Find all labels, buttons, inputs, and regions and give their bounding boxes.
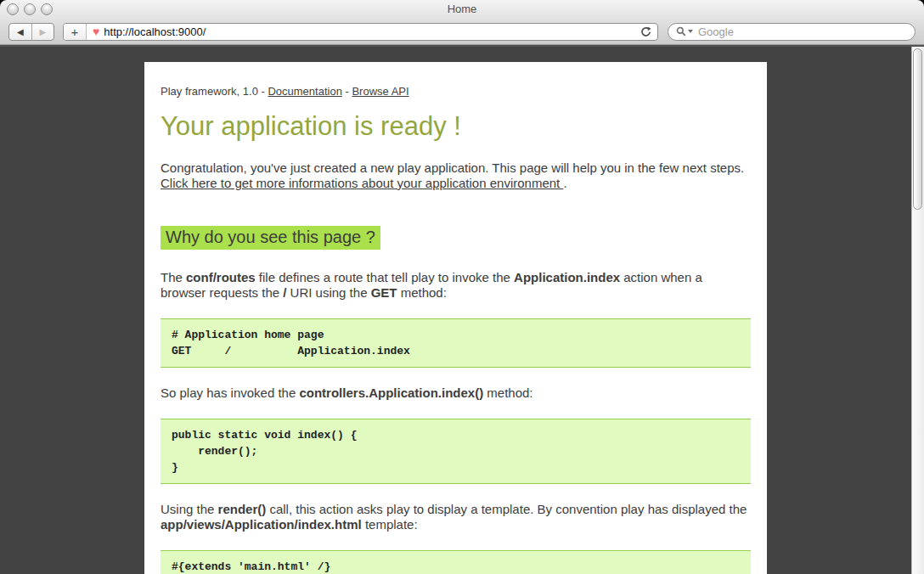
page-title: Your application is ready ! [161,111,751,142]
invoked-paragraph: So play has invoked the controllers.Appl… [161,385,751,401]
text-link[interactable]: Click here to get more informations abou… [161,176,563,190]
search-icon [676,26,693,37]
url-text[interactable]: http://localhost:9000/ [104,25,206,38]
content-card: Play framework, 1.0 - Documentation - Br… [144,62,767,574]
code-block-routes: # Application home page GET / Applicatio… [161,318,751,368]
code-block-template: #{extends 'main.html' /} #{set title:'Ho… [161,550,751,574]
intro-paragraph: Congratulation, you've just created a ne… [161,160,751,191]
vertical-scrollbar[interactable] [911,47,924,574]
forward-icon: ▶ [39,27,46,37]
favicon-heart-icon: ♥ [93,25,99,37]
search-field[interactable]: Google [668,23,916,41]
nav-buttons: ◀ ▶ [8,23,54,41]
reload-icon [640,26,651,37]
scrollbar-thumb[interactable] [913,48,922,210]
routes-paragraph: The conf/routes file defines a route tha… [161,270,751,301]
browser-window: Home ◀ ▶ + ♥ http://localhost:9000/ [0,0,924,574]
back-icon: ◀ [17,27,24,37]
titlebar: Home [0,0,924,19]
search-engine-caret-icon [688,30,693,33]
template-paragraph: Using the render() call, this action ask… [161,502,751,532]
window-title: Home [0,0,924,19]
text-link[interactable]: Documentation [268,85,341,98]
forward-button[interactable]: ▶ [31,24,54,40]
search-placeholder: Google [698,25,734,38]
page-viewport: Play framework, 1.0 - Documentation - Br… [0,47,924,574]
breadcrumb: Play framework, 1.0 - Documentation - Br… [161,85,751,98]
browser-toolbar: ◀ ▶ + ♥ http://localhost:9000/ [0,19,924,44]
reload-button[interactable] [640,26,651,37]
code-block-action: public static void index() { render(); } [161,419,751,484]
plus-icon: + [71,25,79,39]
add-bookmark-button[interactable]: + [64,24,87,40]
back-button[interactable]: ◀ [9,24,31,40]
section-heading-why: Why do you see this page ? [161,226,380,250]
address-bar[interactable]: + ♥ http://localhost:9000/ [63,23,658,41]
text-link[interactable]: Browse API [352,85,408,98]
